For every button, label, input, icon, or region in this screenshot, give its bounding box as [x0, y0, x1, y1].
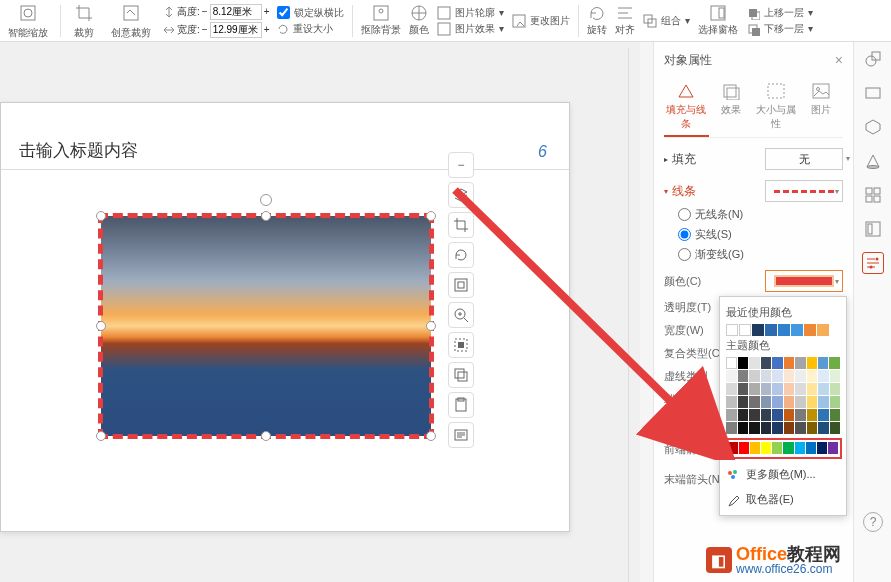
- lock-ratio-checkbox[interactable]: 锁定纵横比: [277, 6, 344, 20]
- color-swatch[interactable]: [738, 357, 748, 369]
- color-swatch[interactable]: [749, 383, 760, 395]
- remove-bg-button[interactable]: 抠除背景: [361, 4, 401, 37]
- color-swatch[interactable]: [804, 324, 816, 336]
- slide[interactable]: 击输入标题内容 6: [0, 102, 570, 532]
- smart-zoom-button[interactable]: 智能缩放: [4, 2, 52, 40]
- color-swatch[interactable]: [726, 396, 737, 408]
- color-swatch[interactable]: [784, 409, 795, 421]
- color-swatch[interactable]: [738, 370, 749, 382]
- color-swatch[interactable]: [807, 383, 818, 395]
- color-swatch[interactable]: [795, 357, 805, 369]
- group-button[interactable]: 组合 ▾: [643, 14, 690, 28]
- crop-button[interactable]: 裁剪: [69, 2, 99, 40]
- color-swatch[interactable]: [817, 324, 829, 336]
- rotate-button[interactable]: 旋转: [587, 4, 607, 37]
- color-swatch[interactable]: [807, 396, 818, 408]
- panel-close-button[interactable]: ×: [835, 52, 843, 68]
- color-swatch[interactable]: [761, 357, 771, 369]
- color-swatch[interactable]: [749, 370, 760, 382]
- color-swatch[interactable]: [818, 422, 829, 434]
- color-swatch[interactable]: [726, 324, 738, 336]
- select-pane-button[interactable]: 选择窗格: [698, 4, 738, 37]
- color-swatch[interactable]: [784, 396, 795, 408]
- color-swatch[interactable]: [818, 409, 829, 421]
- color-swatch[interactable]: [749, 396, 760, 408]
- strip-3d-icon[interactable]: [862, 116, 884, 138]
- strip-slide-icon[interactable]: [862, 82, 884, 104]
- tab-effect[interactable]: 效果: [709, 78, 754, 137]
- color-swatch[interactable]: [761, 422, 772, 434]
- color-swatch[interactable]: [828, 442, 838, 454]
- color-swatch[interactable]: [772, 409, 783, 421]
- color-swatch[interactable]: [818, 396, 829, 408]
- color-swatch[interactable]: [726, 357, 737, 369]
- crop-tool-button[interactable]: [448, 212, 474, 238]
- color-swatch[interactable]: [738, 422, 749, 434]
- line-none-radio[interactable]: 无线条(N): [678, 207, 843, 222]
- color-swatch[interactable]: [739, 324, 751, 336]
- color-swatch[interactable]: [830, 422, 841, 434]
- color-swatch[interactable]: [783, 442, 793, 454]
- color-swatch[interactable]: [778, 324, 790, 336]
- color-swatch[interactable]: [728, 442, 738, 454]
- pic-outline-button[interactable]: 图片轮廓 ▾: [437, 6, 504, 20]
- color-swatch[interactable]: [772, 383, 783, 395]
- color-swatch[interactable]: [738, 383, 749, 395]
- color-swatch[interactable]: [830, 383, 841, 395]
- color-swatch[interactable]: [791, 324, 803, 336]
- color-swatch[interactable]: [752, 324, 764, 336]
- color-swatch[interactable]: [784, 422, 795, 434]
- color-swatch[interactable]: [738, 396, 749, 408]
- color-swatch[interactable]: [739, 442, 749, 454]
- color-swatch[interactable]: [784, 383, 795, 395]
- more-button[interactable]: [448, 422, 474, 448]
- color-swatch[interactable]: [749, 357, 759, 369]
- zoom-tool-button[interactable]: [448, 302, 474, 328]
- color-swatch[interactable]: [830, 370, 841, 382]
- frame-button[interactable]: [448, 272, 474, 298]
- strip-template-icon[interactable]: [862, 218, 884, 240]
- strip-cone-icon[interactable]: [862, 150, 884, 172]
- fill-section-toggle[interactable]: ▸填充: [664, 151, 696, 168]
- bring-forward-button[interactable]: 上移一层 ▾: [746, 6, 813, 20]
- color-swatch[interactable]: [806, 442, 816, 454]
- color-swatch[interactable]: [750, 442, 760, 454]
- align-button[interactable]: 对齐: [615, 4, 635, 37]
- strip-shape-icon[interactable]: [862, 48, 884, 70]
- color-swatch[interactable]: [726, 370, 737, 382]
- pic-effects-button[interactable]: 图片效果 ▾: [437, 22, 504, 36]
- color-swatch[interactable]: [830, 409, 841, 421]
- select-tool-button[interactable]: [448, 332, 474, 358]
- change-pic-button[interactable]: 更改图片: [512, 14, 570, 28]
- strip-grid-icon[interactable]: [862, 184, 884, 206]
- color-swatch[interactable]: [795, 370, 806, 382]
- color-swatch[interactable]: [761, 409, 772, 421]
- height-input[interactable]: [210, 4, 262, 20]
- color-swatch[interactable]: [772, 370, 783, 382]
- tab-picture[interactable]: 图片: [798, 78, 843, 137]
- color-swatch[interactable]: [807, 409, 818, 421]
- color-swatch[interactable]: [818, 370, 829, 382]
- color-swatch[interactable]: [772, 442, 782, 454]
- resize-handle-tm[interactable]: [261, 211, 271, 221]
- color-swatch[interactable]: [784, 357, 794, 369]
- help-button[interactable]: ?: [863, 512, 883, 532]
- line-section-toggle[interactable]: ▾线条: [664, 183, 696, 200]
- fill-type-select[interactable]: 无▾: [765, 148, 843, 170]
- color-swatch[interactable]: [818, 383, 829, 395]
- strip-properties-icon[interactable]: [862, 252, 884, 274]
- tab-size[interactable]: 大小与属性: [754, 78, 799, 137]
- resize-handle-rm[interactable]: [426, 321, 436, 331]
- color-swatch[interactable]: [784, 370, 795, 382]
- color-swatch[interactable]: [829, 357, 839, 369]
- color-swatch[interactable]: [807, 357, 817, 369]
- more-colors-button[interactable]: 更多颜色(M)...: [726, 465, 840, 484]
- color-swatch[interactable]: [818, 357, 828, 369]
- line-gradient-radio[interactable]: 渐变线(G): [678, 247, 843, 262]
- color-swatch[interactable]: [772, 357, 782, 369]
- color-swatch[interactable]: [761, 383, 772, 395]
- color-swatch[interactable]: [726, 422, 737, 434]
- color-swatch[interactable]: [795, 396, 806, 408]
- resize-handle-lm[interactable]: [96, 321, 106, 331]
- color-swatch[interactable]: [726, 383, 737, 395]
